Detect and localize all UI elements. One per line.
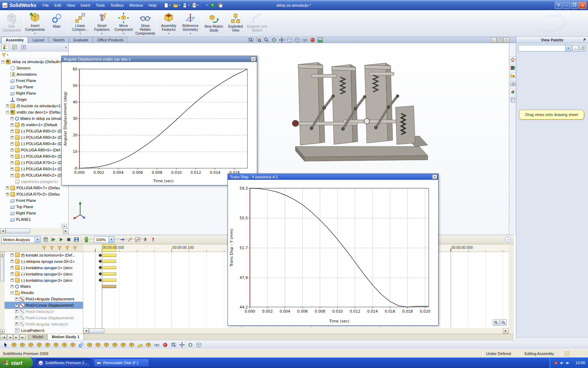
refresh-button[interactable] <box>580 45 586 52</box>
doc-close-button[interactable]: × <box>504 38 509 42</box>
menu-tools[interactable]: Tools <box>93 2 108 8</box>
doc-restore-button[interactable]: ❐ <box>497 38 503 42</box>
results-plot-button[interactable] <box>134 236 141 243</box>
antivirus-tray-icon[interactable] <box>554 361 558 365</box>
menu-toolbox[interactable]: Toolbox <box>107 2 126 8</box>
scrollbar-thumb[interactable] <box>89 328 104 333</box>
stop-button[interactable] <box>65 236 72 243</box>
tab-assembly[interactable]: Assembly <box>1 37 28 43</box>
tree-item-f-kontakt-za-komoru-6-def[interactable]: +(f) kontakt za komoru<6> (Def... <box>5 252 83 258</box>
home-button[interactable] <box>510 56 516 63</box>
plot-window-titlebar[interactable]: Angular Displacement-vratilo zav deo-1 × <box>62 56 257 62</box>
dropdown-caret-icon[interactable]: ▾ <box>79 32 81 35</box>
tree-item-f-poluga-r60-2-d[interactable]: +(f) POLUGA R60<2> (D <box>0 172 68 178</box>
pan-button[interactable] <box>178 341 186 348</box>
dropdown-caret-icon[interactable]: ▾ <box>34 32 36 35</box>
volume-tray-icon[interactable] <box>560 361 564 365</box>
expander-icon[interactable]: + <box>10 149 14 152</box>
timeline-key-bar[interactable] <box>102 254 116 257</box>
expander-icon[interactable]: + <box>10 272 14 275</box>
study-type-select[interactable]: Motion Analysis ▼ <box>1 236 41 243</box>
tree-item-localpattern1[interactable]: LocalPattern1 <box>5 327 83 334</box>
circle-button[interactable] <box>36 341 43 348</box>
save-animation-button[interactable] <box>73 236 80 243</box>
tree-item-top-plane[interactable]: Top Plane <box>0 204 68 210</box>
menu-view[interactable]: View <box>64 2 78 8</box>
safely-remove-tray-icon[interactable] <box>566 361 570 365</box>
speed-slider-thumb[interactable] <box>85 237 88 242</box>
expander-icon[interactable]: + <box>10 123 14 127</box>
tree-item-f-vratilo-1-default[interactable]: +(f) vratilo<1> (Default <box>0 122 68 128</box>
rotate-component-button[interactable] <box>94 341 102 348</box>
tab-model[interactable]: Model <box>28 334 48 340</box>
tree-item-plot5-angular-velocity2[interactable]: +Plot5<Angular Velocity2> <box>5 321 83 327</box>
expander-icon[interactable]: + <box>15 310 18 313</box>
expander-icon[interactable]: + <box>15 304 18 307</box>
insert-components-button[interactable]: Insert Components▾ <box>24 11 46 36</box>
tab-office-products[interactable]: Office Products <box>93 37 127 43</box>
collapse-panel-button[interactable]: » <box>505 237 511 243</box>
timeline-key-bar[interactable] <box>102 266 116 269</box>
scrollbar-thumb[interactable] <box>0 257 4 281</box>
force-element-button[interactable] <box>149 236 156 243</box>
close-icon[interactable]: × <box>251 57 256 61</box>
expander-icon[interactable]: + <box>10 174 14 177</box>
tree-item-poluga-r80-4-d[interactable]: +(-) POLUGA R80<4> (D <box>0 141 68 147</box>
paste-button[interactable] <box>217 1 224 9</box>
expander-icon[interactable]: + <box>15 298 18 301</box>
mirror-entities-button[interactable] <box>61 341 68 348</box>
tab-motion-study-1[interactable]: Motion Study 1 <box>47 334 84 340</box>
pan-button[interactable] <box>278 37 285 43</box>
combo-dropdown-icon[interactable]: ▼ <box>565 45 571 51</box>
design-library-button[interactable] <box>510 64 516 71</box>
expander-icon[interactable]: + <box>6 104 9 108</box>
motion-tree-scrollbar[interactable]: ▲ ▼ <box>0 252 5 334</box>
rotate-view-button[interactable] <box>271 37 277 43</box>
first-tab-icon[interactable]: |◀ <box>1 334 7 340</box>
timeline-key-bar[interactable] <box>102 279 116 282</box>
scroll-right-icon[interactable]: ▶ <box>63 228 69 234</box>
doc-minimize-button[interactable]: – <box>491 38 497 42</box>
combo-dropdown-icon[interactable]: ▼ <box>35 237 40 243</box>
timeline-zoom-select[interactable]: 100% ▼ <box>94 236 114 243</box>
scrollbar-thumb[interactable] <box>6 229 30 233</box>
smart-fasteners-button[interactable]: Smart Fasteners▾ <box>91 11 113 36</box>
scene-button[interactable] <box>317 37 323 43</box>
timeline-key-bar[interactable] <box>102 285 116 288</box>
tree-item-plot3-velocity2[interactable]: +Plot3<Velocity2> <box>5 308 83 315</box>
insert-component-button[interactable] <box>69 341 76 348</box>
help-button[interactable]: ? <box>555 2 562 9</box>
timeline-zoom-in-button[interactable] <box>493 319 499 326</box>
menu-file[interactable]: File <box>40 2 52 8</box>
zoom-fit-button[interactable] <box>247 37 254 43</box>
dropdown-caret-icon[interactable]: ▾ <box>197 4 199 7</box>
tree-item-poluga-r80-2-d[interactable]: +(-) POLUGA R80<2> (D <box>0 128 68 134</box>
timeline-zoom-out-button[interactable] <box>500 319 507 326</box>
expander-icon[interactable]: + <box>10 136 14 139</box>
scroll-up-icon[interactable]: ▲ <box>0 252 5 257</box>
exploded-view-sm-button[interactable] <box>120 341 127 348</box>
filter-results-button[interactable] <box>71 245 78 251</box>
plot-window-angular-displacement[interactable]: Angular Displacement-vratilo zav deo-1 ×… <box>61 56 257 185</box>
calculate-button[interactable] <box>42 236 49 243</box>
prev-tab-icon[interactable]: ◀ <box>7 334 13 340</box>
tree-item-mates-in-sklop-za-simula[interactable]: +Mates in sklop za simula <box>0 115 68 122</box>
animation-wizard-button[interactable] <box>126 236 133 243</box>
tree-item-right-plane[interactable]: Right Plane <box>0 210 68 216</box>
move-component-button[interactable] <box>86 341 93 348</box>
interference-detection-button[interactable] <box>128 341 135 348</box>
zoom-area-button[interactable] <box>255 37 262 43</box>
appearances-tab-button[interactable] <box>510 89 516 95</box>
expander-icon[interactable]: + <box>15 316 18 319</box>
dropdown-caret-icon[interactable]: ▾ <box>123 32 124 35</box>
hide-show-items-button[interactable] <box>153 341 160 348</box>
quick-tips-icon[interactable] <box>565 351 569 356</box>
mate-button[interactable] <box>78 341 85 348</box>
magnifier-button[interactable] <box>263 37 270 43</box>
tree-item-poluga-r60-1-d[interactable]: +(-) POLUGA R60<1> (D <box>0 166 68 172</box>
tree-item-results[interactable]: −Results <box>5 289 83 296</box>
close-button[interactable]: × <box>579 2 586 9</box>
taskbar-button-removable-disk-f[interactable]: Removable Disk (F:) <box>94 359 149 367</box>
plot-window-titlebar[interactable]: Trans Disp - Y-osovinica 4-1 × <box>228 174 438 180</box>
measure-button[interactable] <box>136 341 144 348</box>
